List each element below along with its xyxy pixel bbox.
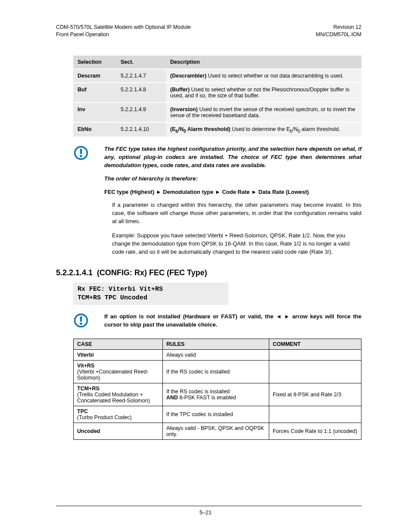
cell-case: TPC(Turbo Product Codec) [74,406,163,423]
page-footer: 5–21 [0,506,411,516]
page-number: 5–21 [199,510,212,516]
cell-rules: Always valid - BPSK, QPSK and OQPSK only… [163,423,269,439]
cell-rules: If the TPC codec is installed [163,406,269,423]
alert-icon [56,313,104,330]
note1-p2: The order of hierarchy is therefore: [104,175,361,183]
svg-rect-4 [80,316,82,322]
note1-p3: FEC type (Highest) ► Demodulation type ►… [104,188,361,196]
table-row: Viterbi Always valid [74,349,361,360]
lcd-display: Rx FEC: Viterbi Vit+RS TCM+RS TPC Uncode… [73,283,228,305]
th-selection: Selection [73,56,116,69]
table-row: TCM+RS(Trellis Coded Modulation + Concat… [74,383,361,406]
cell-comment [269,349,361,360]
alert-icon [56,145,104,162]
th-case: CASE [74,339,163,349]
header-right-line1: Revision 12 [316,24,361,31]
note1-p1: The FEC type takes the highest configura… [104,145,361,170]
important-note-2: If an option is not installed (Hardware … [56,313,361,334]
th-comment: COMMENT [269,339,361,349]
cell-desc: (Inversion) Used to invert the sense of … [166,103,361,122]
note2-text: If an option is not installed (Hardware … [104,313,361,329]
selection-table: Selection Sect. Description Descram 5.2.… [73,56,361,138]
cell-rules: If the RS codec is installedAND 8-PSK FA… [163,383,269,406]
cell-rules: If the RS codec is installed [163,360,269,383]
page-header: CDM-570/570L Satellite Modem with Option… [56,24,361,38]
header-left-line2: Front Panel Operation [56,31,191,38]
table-row: Descram 5.2.2.1.4.7 (Descrambler) Used t… [73,69,361,83]
cell-comment [269,406,361,423]
body-p1: If a parameter is changed within this hi… [112,201,361,226]
cell-sect: 5.2.2.1.4.10 [116,122,166,137]
cell-selection: Buf [73,83,116,103]
cell-case: Uncoded [74,423,163,439]
cell-rules: Always valid [163,349,269,360]
cell-comment: Forces Code Rate to 1:1 (uncoded) [269,423,361,439]
cell-desc: (Descrambler) Used to select whether or … [166,69,361,83]
svg-point-5 [80,323,82,325]
header-left-line1: CDM-570/570L Satellite Modem with Option… [56,24,191,31]
cell-selection: Descram [73,69,116,83]
case-rules-table: CASE RULES COMMENT Viterbi Always valid … [73,339,361,440]
table-row: Buf 5.2.2.1.4.8 (Buffer) Used to select … [73,83,361,103]
section-heading: 5.2.2.1.4.1 (CONFIG: Rx) FEC (FEC Type) [56,268,361,277]
cell-sect: 5.2.2.1.4.7 [116,69,166,83]
cell-case: Viterbi [74,349,163,360]
table-row: Vit+RS(Viterbi +Concatenated Reed-Solomo… [74,360,361,383]
lcd-line2: TCM+RS TPC Uncoded [78,294,224,302]
cell-sect: 5.2.2.1.4.8 [116,83,166,103]
important-note-1: The FEC type takes the highest configura… [56,145,361,201]
th-description: Description [166,56,361,69]
cell-case: Vit+RS(Viterbi +Concatenated Reed-Solomo… [74,360,163,383]
table-row: Inv 5.2.2.1.4.9 (Inversion) Used to inve… [73,103,361,122]
cell-desc: (Buffer) Used to select whether or not t… [166,83,361,103]
table-row: Uncoded Always valid - BPSK, QPSK and OQ… [74,423,361,439]
lcd-line1: Rx FEC: Viterbi Vit+RS [78,285,224,294]
table-row: EbNo 5.2.2.1.4.10 (Eb/N0 Alarm threshold… [73,122,361,137]
th-sect: Sect. [116,56,166,69]
cell-case: TCM+RS(Trellis Coded Modulation + Concat… [74,383,163,406]
cell-selection: Inv [73,103,116,122]
cell-comment [269,360,361,383]
th-rules: RULES [163,339,269,349]
table-row: TPC(Turbo Product Codec) If the TPC code… [74,406,361,423]
header-right-line2: MN/CDM570L.IOM [316,31,361,38]
cell-sect: 5.2.2.1.4.9 [116,103,166,122]
svg-point-2 [80,155,82,157]
cell-comment: Fixed at 8-PSK and Rate 2/3 [269,383,361,406]
body-p2: Example: Suppose you have selected Viter… [112,232,361,256]
svg-rect-1 [80,149,82,154]
cell-selection: EbNo [73,122,116,137]
cell-desc: (Eb/N0 Alarm threshold) Used to determin… [166,122,361,137]
